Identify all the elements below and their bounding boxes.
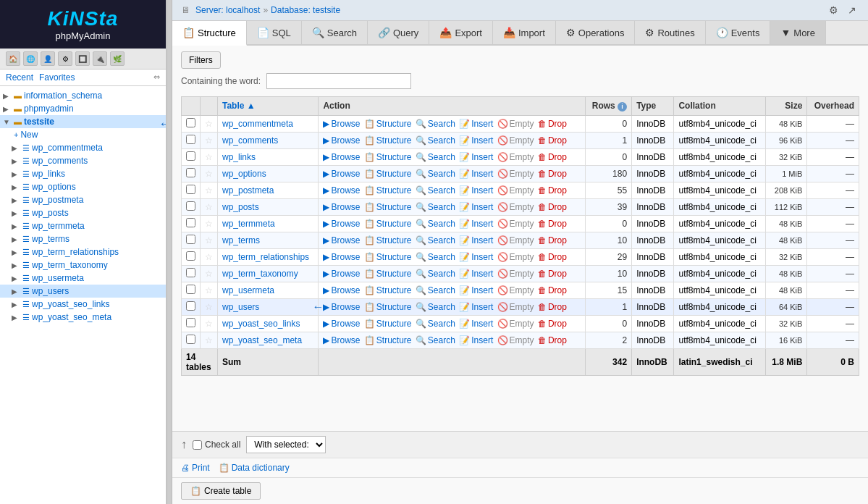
- star-icon[interactable]: ☆: [205, 185, 213, 196]
- search-link[interactable]: 🔍 Search: [416, 219, 455, 229]
- insert-link[interactable]: 📝 Insert: [459, 152, 493, 162]
- insert-link[interactable]: 📝 Insert: [459, 169, 493, 179]
- search-link[interactable]: 🔍 Search: [416, 135, 455, 146]
- star-icon[interactable]: ☆: [205, 152, 213, 162]
- tab-query[interactable]: 🔗 Query: [368, 21, 429, 44]
- empty-link[interactable]: 🚫 Empty: [497, 219, 534, 229]
- sidebar-nav-recent[interactable]: Recent: [6, 72, 33, 83]
- browse-link[interactable]: ▶ Browse: [323, 135, 360, 146]
- sidebar-item-wp-postmeta[interactable]: ▶ ☰ wp_postmeta: [0, 193, 166, 206]
- star-icon[interactable]: ☆: [205, 252, 213, 262]
- browse-link[interactable]: ▶ Browse: [323, 269, 360, 279]
- table-name-link[interactable]: wp_terms: [222, 235, 260, 245]
- with-selected-select[interactable]: With selected: Browse Structure Search D…: [246, 436, 326, 453]
- drop-link[interactable]: 🗑 Drop: [538, 285, 567, 295]
- row-checkbox[interactable]: [186, 185, 195, 194]
- empty-link[interactable]: 🚫 Empty: [497, 202, 534, 212]
- leaf-icon[interactable]: 🌿: [110, 51, 125, 66]
- drop-link[interactable]: 🗑 Drop: [538, 235, 567, 245]
- browse-link[interactable]: ▶ Browse: [323, 169, 360, 179]
- breadcrumb-server[interactable]: Server: localhost: [195, 5, 260, 15]
- row-checkbox[interactable]: [186, 201, 195, 211]
- sidebar-item-phpmyadmin[interactable]: ▶ ▬ phpmyadmin: [0, 102, 166, 115]
- browse-link[interactable]: ▶ Browse: [323, 319, 360, 329]
- structure-link[interactable]: 📋 Structure: [364, 169, 412, 179]
- structure-link[interactable]: 📋 Structure: [364, 335, 412, 345]
- sidebar-item-wp-links[interactable]: ▶ ☰ wp_links: [0, 167, 166, 180]
- tab-search[interactable]: 🔍 Search: [302, 21, 368, 44]
- plugin-icon[interactable]: 🔌: [93, 51, 107, 66]
- table-name-link[interactable]: wp_usermeta: [222, 285, 274, 295]
- row-checkbox[interactable]: [186, 335, 195, 344]
- browse-link[interactable]: ▶ Browse: [323, 202, 360, 212]
- row-checkbox[interactable]: [186, 168, 195, 177]
- data-dictionary-link[interactable]: 📋 Data dictionary: [219, 463, 290, 473]
- settings-icon[interactable]: ⚙: [58, 51, 72, 66]
- drop-link[interactable]: 🗑 Drop: [538, 119, 567, 129]
- search-link[interactable]: 🔍 Search: [416, 169, 455, 179]
- sidebar-item-wp-terms[interactable]: ▶ ☰ wp_terms: [0, 232, 166, 245]
- insert-link[interactable]: 📝 Insert: [459, 302, 493, 312]
- window-expand-icon[interactable]: ↗: [845, 3, 859, 17]
- table-name-link[interactable]: wp_postmeta: [222, 185, 274, 196]
- structure-link[interactable]: 📋 Structure: [364, 135, 412, 146]
- table-name-link[interactable]: wp_commentmeta: [222, 119, 293, 129]
- search-link[interactable]: 🔍 Search: [416, 119, 455, 129]
- tab-more[interactable]: ▼ More: [770, 21, 825, 44]
- row-checkbox[interactable]: [186, 118, 195, 127]
- browse-link[interactable]: ▶ Browse: [323, 219, 360, 229]
- user-icon[interactable]: 👤: [41, 51, 55, 66]
- empty-link[interactable]: 🚫 Empty: [497, 135, 534, 146]
- search-link[interactable]: 🔍 Search: [416, 235, 455, 245]
- drop-link[interactable]: 🗑 Drop: [538, 269, 567, 279]
- sidebar-item-wp-yoast-seo-links[interactable]: ▶ ☰ wp_yoast_seo_links: [0, 298, 166, 311]
- empty-link[interactable]: 🚫 Empty: [497, 119, 534, 129]
- drop-link[interactable]: 🗑 Drop: [538, 302, 567, 312]
- insert-link[interactable]: 📝 Insert: [459, 269, 493, 279]
- tab-sql[interactable]: 📄 SQL: [247, 21, 302, 44]
- empty-link[interactable]: 🚫 Empty: [497, 185, 534, 196]
- row-checkbox[interactable]: [186, 218, 195, 227]
- browse-link[interactable]: ▶ Browse: [323, 335, 360, 345]
- table-name-link[interactable]: wp_posts: [222, 202, 259, 212]
- insert-link[interactable]: 📝 Insert: [459, 185, 493, 196]
- row-checkbox[interactable]: [186, 135, 195, 144]
- tab-events[interactable]: 🕐 Events: [706, 21, 771, 44]
- browse-link[interactable]: ▶ Browse: [323, 285, 360, 295]
- table-name-link[interactable]: wp_term_taxonomy: [222, 269, 298, 279]
- sidebar-item-wp-commentmeta[interactable]: ▶ ☰ wp_commentmeta: [0, 141, 166, 154]
- search-link[interactable]: 🔍 Search: [416, 302, 455, 312]
- table-name-link[interactable]: wp_yoast_seo_links: [222, 319, 300, 329]
- structure-link[interactable]: 📋 Structure: [364, 302, 412, 312]
- theme-icon[interactable]: 🔲: [75, 51, 90, 66]
- search-link[interactable]: 🔍 Search: [416, 252, 455, 262]
- drop-link[interactable]: 🗑 Drop: [538, 169, 567, 179]
- structure-link[interactable]: 📋 Structure: [364, 319, 412, 329]
- drop-link[interactable]: 🗑 Drop: [538, 252, 567, 262]
- search-link[interactable]: 🔍 Search: [416, 319, 455, 329]
- sidebar-item-wp-term-taxonomy[interactable]: ▶ ☰ wp_term_taxonomy: [0, 259, 166, 272]
- sidebar-resize-handle[interactable]: [167, 0, 172, 504]
- tab-routines[interactable]: ⚙ Routines: [635, 21, 705, 44]
- insert-link[interactable]: 📝 Insert: [459, 335, 493, 345]
- structure-link[interactable]: 📋 Structure: [364, 119, 412, 129]
- structure-link[interactable]: 📋 Structure: [364, 285, 412, 295]
- tab-export[interactable]: 📤 Export: [429, 21, 493, 44]
- sidebar-nav-favorites[interactable]: Favorites: [39, 72, 75, 83]
- col-header-table[interactable]: Table ▲: [218, 97, 319, 116]
- sidebar-item-wp-usermeta[interactable]: ▶ ☰ wp_usermeta: [0, 272, 166, 285]
- row-checkbox[interactable]: [186, 285, 195, 294]
- insert-link[interactable]: 📝 Insert: [459, 235, 493, 245]
- star-icon[interactable]: ☆: [205, 302, 213, 312]
- structure-link[interactable]: 📋 Structure: [364, 252, 412, 262]
- star-icon[interactable]: ☆: [205, 235, 213, 245]
- search-link[interactable]: 🔍 Search: [416, 185, 455, 196]
- window-settings-icon[interactable]: ⚙: [826, 3, 840, 17]
- filter-input[interactable]: [266, 73, 411, 89]
- row-checkbox[interactable]: [186, 235, 195, 244]
- sidebar-item-wp-users[interactable]: ▶ ☰ wp_users: [0, 285, 166, 298]
- search-link[interactable]: 🔍 Search: [416, 152, 455, 162]
- row-checkbox[interactable]: [186, 318, 195, 327]
- structure-link[interactable]: 📋 Structure: [364, 202, 412, 212]
- structure-link[interactable]: 📋 Structure: [364, 152, 412, 162]
